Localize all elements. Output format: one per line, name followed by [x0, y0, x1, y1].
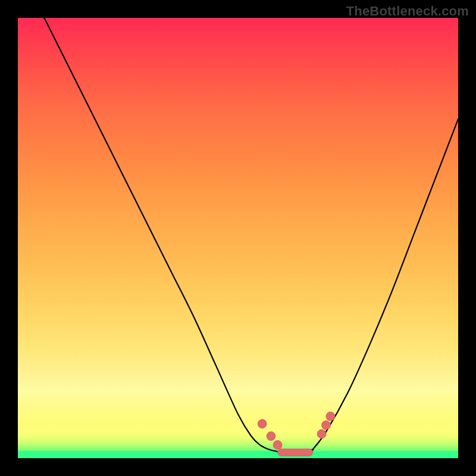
left-bead-2	[267, 432, 275, 441]
chart-frame: TheBottleneck.com	[0, 0, 476, 476]
right-bead-3	[326, 412, 335, 421]
curve-beads	[258, 412, 335, 449]
right-bead-1	[317, 430, 326, 439]
left-bead-3	[273, 440, 282, 449]
bottleneck-curve	[44, 18, 458, 453]
left-bead-1	[258, 419, 267, 428]
watermark-text: TheBottleneck.com	[346, 4, 469, 19]
plot-area	[18, 18, 458, 458]
valley-floor-pill	[278, 449, 313, 456]
right-bead-2	[322, 421, 331, 430]
curve-layer	[18, 18, 458, 458]
